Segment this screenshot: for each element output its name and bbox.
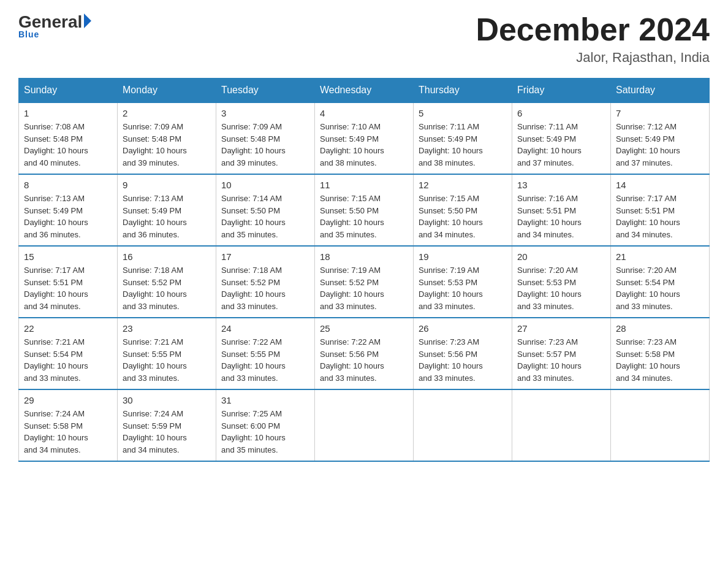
day-number: 7 xyxy=(616,108,704,118)
day-number: 29 xyxy=(24,395,112,405)
day-detail: Sunrise: 7:25 AM Sunset: 6:00 PM Dayligh… xyxy=(221,408,309,456)
day-number: 8 xyxy=(24,180,112,190)
day-number: 4 xyxy=(320,108,408,118)
day-detail: Sunrise: 7:20 AM Sunset: 5:53 PM Dayligh… xyxy=(517,264,605,312)
calendar-cell: 10 Sunrise: 7:14 AM Sunset: 5:50 PM Dayl… xyxy=(216,174,315,246)
day-detail: Sunrise: 7:15 AM Sunset: 5:50 PM Dayligh… xyxy=(320,193,408,240)
header-saturday: Saturday xyxy=(611,79,710,103)
day-number: 1 xyxy=(24,108,112,118)
day-number: 5 xyxy=(419,108,507,118)
day-detail: Sunrise: 7:19 AM Sunset: 5:52 PM Dayligh… xyxy=(320,264,408,312)
calendar-cell: 5 Sunrise: 7:11 AM Sunset: 5:49 PM Dayli… xyxy=(414,102,512,174)
day-detail: Sunrise: 7:18 AM Sunset: 5:52 PM Dayligh… xyxy=(123,264,211,312)
day-number: 11 xyxy=(320,180,408,190)
day-number: 27 xyxy=(517,323,605,334)
day-number: 21 xyxy=(616,251,704,262)
header-thursday: Thursday xyxy=(414,79,512,103)
day-detail: Sunrise: 7:22 AM Sunset: 5:56 PM Dayligh… xyxy=(320,336,408,384)
day-detail: Sunrise: 7:09 AM Sunset: 5:48 PM Dayligh… xyxy=(123,121,211,169)
day-detail: Sunrise: 7:08 AM Sunset: 5:48 PM Dayligh… xyxy=(24,121,112,169)
day-detail: Sunrise: 7:24 AM Sunset: 5:58 PM Dayligh… xyxy=(24,408,112,456)
calendar-week-row: 29 Sunrise: 7:24 AM Sunset: 5:58 PM Dayl… xyxy=(19,389,710,461)
logo: General Blue xyxy=(18,12,91,39)
day-number: 26 xyxy=(419,323,507,334)
calendar-cell: 28 Sunrise: 7:23 AM Sunset: 5:58 PM Dayl… xyxy=(611,318,710,389)
day-detail: Sunrise: 7:17 AM Sunset: 5:51 PM Dayligh… xyxy=(616,193,704,240)
calendar-week-row: 22 Sunrise: 7:21 AM Sunset: 5:54 PM Dayl… xyxy=(19,318,710,389)
day-number: 24 xyxy=(221,323,309,334)
calendar-week-row: 15 Sunrise: 7:17 AM Sunset: 5:51 PM Dayl… xyxy=(19,246,710,318)
logo-triangle-icon xyxy=(84,13,91,28)
day-detail: Sunrise: 7:18 AM Sunset: 5:52 PM Dayligh… xyxy=(221,264,309,312)
day-detail: Sunrise: 7:22 AM Sunset: 5:55 PM Dayligh… xyxy=(221,336,309,384)
day-number: 31 xyxy=(221,395,309,405)
calendar-cell: 31 Sunrise: 7:25 AM Sunset: 6:00 PM Dayl… xyxy=(216,389,315,461)
calendar-cell: 26 Sunrise: 7:23 AM Sunset: 5:56 PM Dayl… xyxy=(414,318,512,389)
day-detail: Sunrise: 7:09 AM Sunset: 5:48 PM Dayligh… xyxy=(221,121,309,169)
location-subtitle: Jalor, Rajasthan, India xyxy=(476,50,710,66)
day-number: 18 xyxy=(320,251,408,262)
day-detail: Sunrise: 7:23 AM Sunset: 5:57 PM Dayligh… xyxy=(517,336,605,384)
day-detail: Sunrise: 7:10 AM Sunset: 5:49 PM Dayligh… xyxy=(320,121,408,169)
title-area: December 2024 Jalor, Rajasthan, India xyxy=(476,12,710,66)
day-detail: Sunrise: 7:15 AM Sunset: 5:50 PM Dayligh… xyxy=(419,193,507,240)
day-number: 14 xyxy=(616,180,704,190)
calendar-cell xyxy=(512,389,611,461)
calendar-cell xyxy=(611,389,710,461)
day-detail: Sunrise: 7:20 AM Sunset: 5:54 PM Dayligh… xyxy=(616,264,704,312)
calendar-cell xyxy=(414,389,512,461)
day-number: 22 xyxy=(24,323,112,334)
day-detail: Sunrise: 7:16 AM Sunset: 5:51 PM Dayligh… xyxy=(517,193,605,240)
day-detail: Sunrise: 7:23 AM Sunset: 5:58 PM Dayligh… xyxy=(616,336,704,384)
day-detail: Sunrise: 7:24 AM Sunset: 5:59 PM Dayligh… xyxy=(123,408,211,456)
day-detail: Sunrise: 7:13 AM Sunset: 5:49 PM Dayligh… xyxy=(24,193,112,240)
calendar-week-row: 8 Sunrise: 7:13 AM Sunset: 5:49 PM Dayli… xyxy=(19,174,710,246)
day-number: 30 xyxy=(123,395,211,405)
calendar-cell: 9 Sunrise: 7:13 AM Sunset: 5:49 PM Dayli… xyxy=(118,174,216,246)
calendar-header-row: SundayMondayTuesdayWednesdayThursdayFrid… xyxy=(19,79,710,103)
day-number: 10 xyxy=(221,180,309,190)
day-number: 23 xyxy=(123,323,211,334)
calendar-cell: 3 Sunrise: 7:09 AM Sunset: 5:48 PM Dayli… xyxy=(216,102,315,174)
calendar-cell: 1 Sunrise: 7:08 AM Sunset: 5:48 PM Dayli… xyxy=(19,102,118,174)
day-number: 25 xyxy=(320,323,408,334)
day-number: 17 xyxy=(221,251,309,262)
day-detail: Sunrise: 7:13 AM Sunset: 5:49 PM Dayligh… xyxy=(123,193,211,240)
header-sunday: Sunday xyxy=(19,79,118,103)
day-detail: Sunrise: 7:12 AM Sunset: 5:49 PM Dayligh… xyxy=(616,121,704,169)
calendar-cell: 7 Sunrise: 7:12 AM Sunset: 5:49 PM Dayli… xyxy=(611,102,710,174)
calendar-cell: 23 Sunrise: 7:21 AM Sunset: 5:55 PM Dayl… xyxy=(118,318,216,389)
calendar-cell: 27 Sunrise: 7:23 AM Sunset: 5:57 PM Dayl… xyxy=(512,318,611,389)
calendar-cell: 8 Sunrise: 7:13 AM Sunset: 5:49 PM Dayli… xyxy=(19,174,118,246)
day-number: 9 xyxy=(123,180,211,190)
logo-blue-label: Blue xyxy=(18,29,39,39)
page-header: General Blue December 2024 Jalor, Rajast… xyxy=(18,12,710,66)
day-number: 6 xyxy=(517,108,605,118)
calendar-cell: 2 Sunrise: 7:09 AM Sunset: 5:48 PM Dayli… xyxy=(118,102,216,174)
day-detail: Sunrise: 7:19 AM Sunset: 5:53 PM Dayligh… xyxy=(419,264,507,312)
calendar-cell xyxy=(315,389,414,461)
day-number: 19 xyxy=(419,251,507,262)
calendar-cell: 22 Sunrise: 7:21 AM Sunset: 5:54 PM Dayl… xyxy=(19,318,118,389)
calendar-table: SundayMondayTuesdayWednesdayThursdayFrid… xyxy=(18,78,710,462)
calendar-cell: 20 Sunrise: 7:20 AM Sunset: 5:53 PM Dayl… xyxy=(512,246,611,318)
calendar-cell: 11 Sunrise: 7:15 AM Sunset: 5:50 PM Dayl… xyxy=(315,174,414,246)
day-number: 20 xyxy=(517,251,605,262)
header-friday: Friday xyxy=(512,79,611,103)
day-number: 2 xyxy=(123,108,211,118)
header-tuesday: Tuesday xyxy=(216,79,315,103)
day-number: 15 xyxy=(24,251,112,262)
day-detail: Sunrise: 7:17 AM Sunset: 5:51 PM Dayligh… xyxy=(24,264,112,312)
calendar-cell: 17 Sunrise: 7:18 AM Sunset: 5:52 PM Dayl… xyxy=(216,246,315,318)
calendar-cell: 16 Sunrise: 7:18 AM Sunset: 5:52 PM Dayl… xyxy=(118,246,216,318)
calendar-cell: 14 Sunrise: 7:17 AM Sunset: 5:51 PM Dayl… xyxy=(611,174,710,246)
calendar-cell: 19 Sunrise: 7:19 AM Sunset: 5:53 PM Dayl… xyxy=(414,246,512,318)
day-detail: Sunrise: 7:14 AM Sunset: 5:50 PM Dayligh… xyxy=(221,193,309,240)
calendar-cell: 13 Sunrise: 7:16 AM Sunset: 5:51 PM Dayl… xyxy=(512,174,611,246)
calendar-cell: 12 Sunrise: 7:15 AM Sunset: 5:50 PM Dayl… xyxy=(414,174,512,246)
calendar-cell: 15 Sunrise: 7:17 AM Sunset: 5:51 PM Dayl… xyxy=(19,246,118,318)
day-detail: Sunrise: 7:21 AM Sunset: 5:54 PM Dayligh… xyxy=(24,336,112,384)
calendar-cell: 30 Sunrise: 7:24 AM Sunset: 5:59 PM Dayl… xyxy=(118,389,216,461)
header-monday: Monday xyxy=(118,79,216,103)
calendar-week-row: 1 Sunrise: 7:08 AM Sunset: 5:48 PM Dayli… xyxy=(19,102,710,174)
